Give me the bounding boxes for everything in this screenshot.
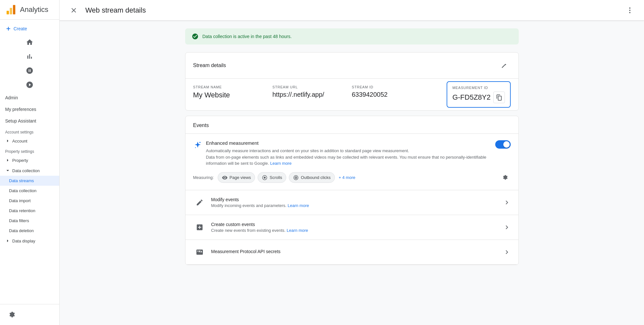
settings-icon <box>502 174 508 181</box>
modify-events-arrow-icon <box>503 198 511 206</box>
modify-icon <box>196 199 204 206</box>
svg-point-7 <box>195 147 195 148</box>
sidebar-item-account[interactable]: Account <box>0 136 59 146</box>
sidebar-item-explore[interactable] <box>0 64 59 78</box>
property-settings-header: Property settings <box>0 146 59 155</box>
reports-icon <box>26 53 33 60</box>
sidebar-item-reports[interactable] <box>0 49 59 64</box>
stream-id-label: STREAM ID <box>352 85 424 89</box>
plus-icon <box>5 25 12 32</box>
settings-button[interactable] <box>5 308 18 321</box>
chevron-right-arrow-icon-3 <box>503 248 511 256</box>
stream-name-field: STREAM NAME My Website <box>193 85 273 104</box>
measurement-protocol-arrow-icon <box>503 248 511 256</box>
learn-more-enhanced-link[interactable]: Learn more <box>270 161 291 166</box>
sidebar-item-preferences[interactable]: My preferences <box>0 103 59 115</box>
account-settings-header: Account settings <box>0 127 59 136</box>
sidebar-item-data-import[interactable]: Data import <box>0 196 59 206</box>
dialog-title: Web stream details <box>85 6 623 15</box>
web-stream-details-dialog: Web stream details Data collection is ac… <box>60 0 644 325</box>
events-header: Events <box>185 116 518 134</box>
measuring-row: Measuring: Page views <box>193 172 511 183</box>
sparkle-icon <box>193 141 202 150</box>
sidebar-item-data-collection-parent[interactable]: Data collection <box>0 165 59 176</box>
svg-rect-0 <box>7 11 9 15</box>
enhanced-measurement-header: Enhanced measurement Automatically measu… <box>193 140 511 167</box>
enhanced-measurement-content: Enhanced measurement Automatically measu… <box>206 140 490 167</box>
cursor-icon <box>293 175 299 181</box>
app-title: Analytics <box>20 5 48 14</box>
chevron-right-icon-3 <box>5 238 10 243</box>
copy-measurement-id-button[interactable] <box>493 92 505 103</box>
measurement-protocol-content: Measurement Protocol API secrets <box>211 249 498 255</box>
scrolls-icon <box>262 174 268 181</box>
stream-url-field: STREAM URL https://.netlify.app/ <box>272 85 352 104</box>
close-dialog-button[interactable] <box>67 4 80 17</box>
modify-events-learn-more-link[interactable]: Learn more <box>288 203 309 208</box>
sidebar-item-data-streams[interactable]: Data streams <box>0 176 59 186</box>
eye-icon <box>222 175 228 181</box>
sidebar-nav: Create Admin My preferences Setup Assis <box>0 20 59 304</box>
create-custom-events-row[interactable]: Create custom events Create new events f… <box>185 215 518 240</box>
sidebar-item-data-retention[interactable]: Data retention <box>0 206 59 216</box>
sidebar-item-property[interactable]: Property <box>0 155 59 165</box>
enhanced-measurement-section: Enhanced measurement Automatically measu… <box>185 134 518 190</box>
create-custom-events-arrow-icon <box>503 223 511 231</box>
sidebar-item-data-deletion[interactable]: Data deletion <box>0 226 59 236</box>
status-message: Data collection is active in the past 48… <box>203 34 292 39</box>
more-measuring-link[interactable]: + 4 more <box>339 175 355 180</box>
stream-url-value: https://.netlify.app/ <box>272 91 344 98</box>
main-content: Web stream details Data collection is ac… <box>60 0 644 325</box>
scrolls-chip: Scrolls <box>258 172 286 183</box>
status-banner: Data collection is active in the past 48… <box>185 28 519 44</box>
svg-point-6 <box>199 142 201 143</box>
modify-events-icon <box>193 196 206 209</box>
api-icon <box>196 248 204 256</box>
scroll-icon <box>262 175 268 181</box>
sidebar-item-data-collection-sub[interactable]: Data collection <box>0 186 59 196</box>
analytics-logo-icon <box>5 4 17 15</box>
enhanced-measurement-toggle[interactable] <box>495 140 511 149</box>
stream-id-field: STREAM ID 6339420052 <box>352 85 431 104</box>
sidebar-item-home[interactable] <box>0 35 59 49</box>
svg-rect-2 <box>13 5 15 15</box>
modify-events-row[interactable]: Modify events Modify incoming events and… <box>185 190 518 215</box>
measurement-protocol-icon <box>193 246 206 259</box>
stream-details-grid: STREAM NAME My Website STREAM URL https:… <box>185 79 518 110</box>
stream-details-header: Stream details <box>185 53 518 79</box>
create-custom-events-title: Create custom events <box>211 222 498 227</box>
sidebar-header: Analytics <box>0 0 59 20</box>
measurement-id-value: G-FD5Z8Y2 <box>452 93 491 102</box>
sidebar-bottom <box>0 304 59 325</box>
sidebar-item-data-display[interactable]: Data display <box>0 236 59 246</box>
enhanced-measurement-title: Enhanced measurement <box>206 140 490 146</box>
stream-details-title: Stream details <box>193 63 226 68</box>
stream-name-label: STREAM NAME <box>193 85 265 89</box>
stream-url-label: STREAM URL <box>272 85 344 89</box>
svg-point-9 <box>264 177 266 179</box>
sidebar-item-admin[interactable]: Admin <box>0 92 59 103</box>
measuring-label: Measuring: <box>193 175 214 180</box>
chevron-right-arrow-icon-2 <box>503 223 511 231</box>
page-views-icon <box>222 174 228 181</box>
measurement-protocol-row[interactable]: Measurement Protocol API secrets <box>185 240 518 265</box>
sidebar-item-setup[interactable]: Setup Assistant <box>0 115 59 127</box>
measuring-settings-button[interactable] <box>499 172 511 183</box>
chevron-right-icon <box>5 138 10 143</box>
measurement-protocol-title: Measurement Protocol API secrets <box>211 249 498 254</box>
toggle-knob <box>503 141 510 148</box>
copy-icon <box>496 94 502 101</box>
measurement-id-row: G-FD5Z8Y2 <box>452 92 505 103</box>
edit-stream-button[interactable] <box>498 59 511 72</box>
outbound-clicks-label: Outbound clicks <box>301 175 331 180</box>
events-card: Events <box>185 116 519 265</box>
events-title: Events <box>193 123 209 128</box>
svg-point-4 <box>629 10 630 11</box>
sidebar-item-data-filters[interactable]: Data filters <box>0 216 59 226</box>
create-events-learn-more-link[interactable]: Learn more <box>287 228 308 233</box>
sidebar-item-advertising[interactable] <box>0 78 59 92</box>
create-button[interactable]: Create <box>0 22 59 35</box>
edit-icon <box>501 62 507 69</box>
more-options-button[interactable] <box>623 4 636 17</box>
close-icon <box>70 6 78 14</box>
